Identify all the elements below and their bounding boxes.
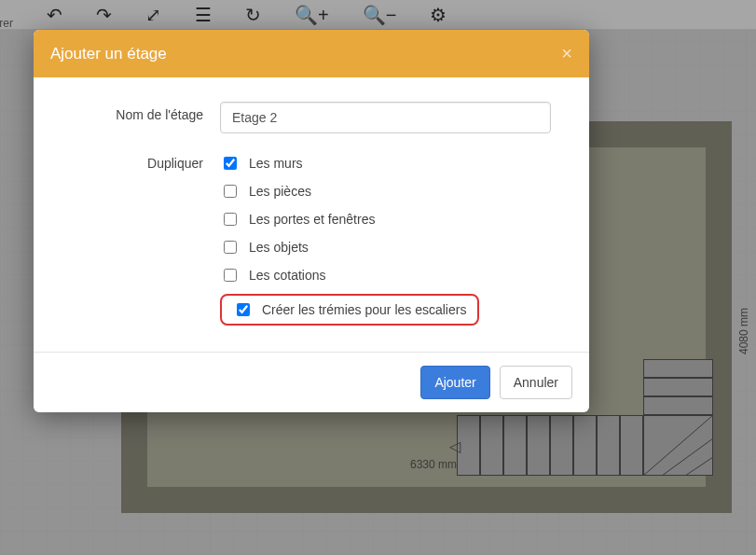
canvas-stage: strer ↶ ↷ ⤢ ☰ ↻ 🔍+ 🔍− ⚙ 6330 mm 4080 mm bbox=[0, 0, 756, 555]
duplicate-options: Les mursLes piècesLes portes et fenêtres… bbox=[220, 154, 563, 326]
checkbox-item: Les cotations bbox=[220, 266, 563, 284]
dup-checkbox-4[interactable] bbox=[224, 269, 237, 282]
dup-checkbox-label: Les objets bbox=[249, 240, 309, 255]
modal-header: Ajouter un étage × bbox=[34, 30, 589, 77]
dup-checkbox-2[interactable] bbox=[224, 213, 237, 226]
checkbox-item: Les portes et fenêtres bbox=[220, 210, 563, 229]
dup-checkbox-5[interactable] bbox=[237, 303, 250, 316]
dup-checkbox-label: Les cotations bbox=[249, 268, 326, 283]
modal-footer: Ajouter Annuler bbox=[34, 352, 589, 412]
dup-checkbox-label: Les murs bbox=[249, 156, 303, 171]
duplicate-label: Dupliquer bbox=[60, 150, 220, 171]
add-floor-modal: Ajouter un étage × Nom de l'étage Dupliq… bbox=[34, 30, 589, 412]
submit-button[interactable]: Ajouter bbox=[420, 366, 489, 399]
floor-name-label: Nom de l'étage bbox=[60, 102, 220, 122]
cancel-button[interactable]: Annuler bbox=[500, 366, 572, 399]
close-icon[interactable]: × bbox=[561, 43, 572, 64]
checkbox-item: Les pièces bbox=[220, 182, 563, 201]
modal-title: Ajouter un étage bbox=[50, 45, 167, 63]
floor-name-field[interactable] bbox=[220, 102, 551, 133]
dup-checkbox-label: Les pièces bbox=[249, 184, 311, 199]
checkbox-item: Créer les trémies pour les escaliers bbox=[220, 294, 563, 326]
dup-checkbox-3[interactable] bbox=[224, 241, 237, 254]
highlighted-option: Créer les trémies pour les escaliers bbox=[220, 294, 479, 326]
modal-body: Nom de l'étage Dupliquer Les mursLes piè… bbox=[34, 77, 589, 352]
dup-checkbox-label: Créer les trémies pour les escaliers bbox=[262, 302, 466, 317]
checkbox-item: Les murs bbox=[220, 154, 563, 173]
checkbox-item: Les objets bbox=[220, 238, 563, 257]
dup-checkbox-label: Les portes et fenêtres bbox=[249, 212, 375, 227]
dup-checkbox-0[interactable] bbox=[224, 157, 237, 170]
dup-checkbox-1[interactable] bbox=[224, 185, 237, 198]
modal-overlay: Ajouter un étage × Nom de l'étage Dupliq… bbox=[0, 0, 756, 555]
